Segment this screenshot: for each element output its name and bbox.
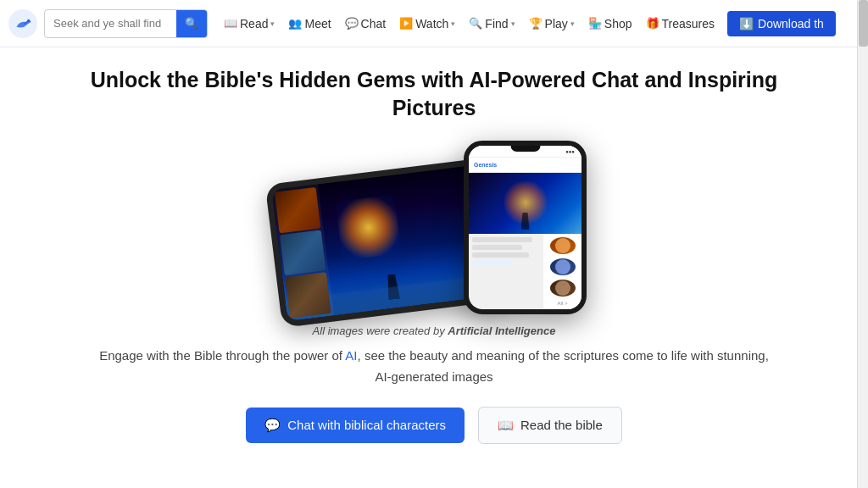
ai-caption: All images were created by Artificial In… [313, 324, 556, 337]
treasures-icon: 🎁 [646, 17, 659, 30]
read-chevron: ▾ [270, 19, 275, 28]
chat-biblical-button[interactable]: 💬 Chat with biblical characters [246, 408, 465, 443]
play-icon: 🏆 [529, 17, 542, 30]
chat-icon: 💬 [345, 17, 359, 30]
find-chevron: ▾ [511, 19, 515, 28]
scrollbar[interactable] [857, 0, 868, 488]
read-icon: 📖 [224, 17, 237, 30]
shop-icon: 🏪 [588, 17, 602, 30]
cta-buttons: 💬 Chat with biblical characters 📖 Read t… [246, 407, 622, 444]
nav-watch[interactable]: ▶️ Watch ▾ [393, 13, 461, 35]
find-label: Find [485, 17, 508, 30]
search-button[interactable]: 🔍 [176, 9, 207, 38]
download-button[interactable]: ⬇️ Download th [727, 11, 836, 36]
chat-label: Chat [361, 17, 387, 30]
navbar: 🔍 📖 Read ▾ 👥 Meet 💬 Chat ▶️ Watch ▾ 🔍 Fi… [0, 0, 868, 47]
main-content: Unlock the Bible's Hidden Gems with AI-P… [0, 47, 868, 444]
watch-label: Watch [415, 17, 448, 30]
read-bible-button[interactable]: 📖 Read the bible [478, 407, 622, 444]
description: Engage with the Bible through the power … [95, 346, 773, 388]
meet-icon: 👥 [288, 17, 302, 30]
play-label: Play [545, 17, 568, 30]
phone-notch [510, 146, 540, 152]
phone-front-screen: ●●● Genesis [469, 146, 581, 309]
nav-treasures[interactable]: 🎁 Treasures [640, 13, 721, 35]
search-input[interactable] [45, 17, 176, 30]
search-box: 🔍 [44, 9, 208, 38]
find-icon: 🔍 [469, 17, 482, 30]
phone-front: ●●● Genesis [464, 141, 587, 314]
meet-label: Meet [304, 17, 331, 30]
download-icon: ⬇️ [739, 17, 754, 30]
nav-find[interactable]: 🔍 Find ▾ [463, 13, 520, 35]
shop-label: Shop [604, 17, 632, 30]
chat-button-label: Chat with biblical characters [287, 418, 446, 432]
logo[interactable] [8, 9, 37, 38]
read-button-label: Read the bible [520, 418, 603, 432]
nav-read[interactable]: 📖 Read ▾ [218, 13, 281, 35]
nav-play[interactable]: 🏆 Play ▾ [523, 13, 581, 35]
play-chevron: ▾ [570, 19, 575, 28]
phones-container: ●●● Genesis [256, 136, 612, 314]
read-label: Read [240, 17, 268, 30]
scrollbar-thumb[interactable] [859, 0, 868, 47]
nav-shop[interactable]: 🏪 Shop [582, 13, 638, 35]
nav-meet[interactable]: 👥 Meet [282, 13, 337, 35]
ai-caption-prefix: All images were created by [313, 324, 448, 337]
svg-point-1 [27, 19, 30, 21]
download-label: Download th [758, 17, 824, 30]
chat-button-icon: 💬 [264, 418, 281, 433]
read-button-icon: 📖 [498, 418, 514, 433]
treasures-label: Treasures [662, 17, 715, 30]
watch-chevron: ▾ [451, 19, 455, 28]
nav-chat[interactable]: 💬 Chat [339, 13, 392, 35]
page-headline: Unlock the Bible's Hidden Gems with AI-P… [53, 66, 815, 121]
watch-icon: ▶️ [399, 17, 413, 30]
ai-caption-bold: Artificial Intelligence [448, 324, 555, 337]
